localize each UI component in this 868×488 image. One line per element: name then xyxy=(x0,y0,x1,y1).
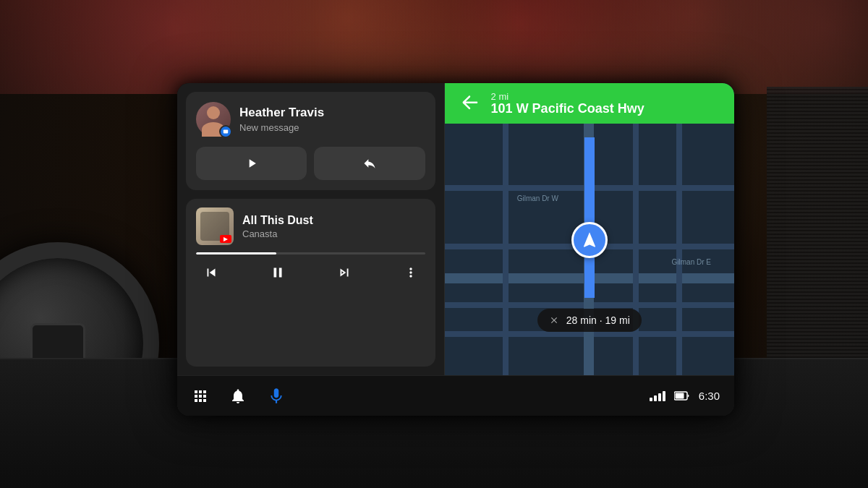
turn-arrow xyxy=(456,90,482,116)
nav-text: 2 mi 101 W Pacific Coast Hwy xyxy=(491,91,644,116)
contact-avatar-container xyxy=(196,102,231,137)
artist-name: Canasta xyxy=(242,228,425,239)
bottom-nav: 6:30 xyxy=(177,375,734,416)
notification-text: Heather Travis New message xyxy=(239,106,324,132)
notifications-button[interactable] xyxy=(229,388,247,405)
nav-left-icons xyxy=(192,387,286,406)
more-options-button[interactable] xyxy=(399,261,422,284)
map-street-v3 xyxy=(676,83,682,375)
nav-arrow-icon xyxy=(580,231,599,249)
reply-button[interactable] xyxy=(314,147,425,180)
message-label: New message xyxy=(239,122,324,133)
music-info: All This Dust Canasta xyxy=(242,214,425,239)
main-content: Heather Travis New message xyxy=(177,83,734,375)
nav-street: 101 W Pacific Coast Hwy xyxy=(491,102,644,116)
progress-fill xyxy=(196,252,276,254)
notification-card: Heather Travis New message xyxy=(186,92,435,190)
music-card: All This Dust Canasta xyxy=(186,199,435,367)
music-header: All This Dust Canasta xyxy=(196,207,425,245)
time-display: 6:30 xyxy=(699,390,720,402)
signal-bar-4 xyxy=(663,391,665,401)
message-badge xyxy=(219,125,232,138)
pause-icon xyxy=(270,265,286,281)
left-panel: Heather Travis New message xyxy=(177,83,445,375)
progress-bar[interactable] xyxy=(196,252,425,254)
notification-header: Heather Travis New message xyxy=(196,102,425,137)
bokeh-lights xyxy=(0,0,868,94)
contact-name: Heather Travis xyxy=(239,106,324,120)
navigation-banner: 2 mi 101 W Pacific Coast Hwy xyxy=(445,83,734,124)
route-info: 28 min · 19 mi xyxy=(537,309,642,332)
battery-icon xyxy=(674,391,690,401)
svg-rect-2 xyxy=(675,393,684,399)
pause-button[interactable] xyxy=(265,260,290,285)
route-close-button[interactable] xyxy=(549,315,559,325)
album-art xyxy=(196,207,234,245)
route-summary: 28 min · 19 mi xyxy=(566,314,630,326)
map-street-v2 xyxy=(633,83,639,375)
play-button[interactable] xyxy=(196,147,307,180)
signal-bar-1 xyxy=(650,398,652,401)
android-auto-screen: Heather Travis New message xyxy=(177,83,734,416)
nav-right-status: 6:30 xyxy=(650,390,720,402)
skip-next-icon xyxy=(336,265,352,281)
mic-button[interactable] xyxy=(267,387,286,406)
next-track-button[interactable] xyxy=(332,260,357,285)
map-panel[interactable]: Gilman Dr W Gilman Dr E xyxy=(445,83,734,375)
navigation-arrow xyxy=(571,222,608,258)
youtube-badge xyxy=(220,235,231,243)
route-line-vertical xyxy=(584,137,595,298)
apps-button[interactable] xyxy=(192,388,209,405)
music-controls xyxy=(196,260,425,285)
play-icon xyxy=(244,156,259,171)
message-icon xyxy=(223,129,229,134)
map-street-v1 xyxy=(503,83,509,375)
nav-distance: 2 mi xyxy=(491,91,644,102)
more-vert-icon xyxy=(404,265,418,280)
signal-strength xyxy=(650,391,665,401)
screen-content: Heather Travis New message xyxy=(177,83,734,416)
signal-bar-2 xyxy=(654,395,657,401)
prev-track-button[interactable] xyxy=(199,260,224,285)
close-icon xyxy=(549,315,559,325)
svg-rect-0 xyxy=(224,130,228,134)
skip-prev-icon xyxy=(203,265,219,281)
notification-actions xyxy=(196,147,425,180)
mic-icon xyxy=(267,387,286,406)
song-title: All This Dust xyxy=(242,214,425,227)
apps-icon xyxy=(192,388,209,405)
map-label-1: Gilman Dr W xyxy=(517,194,558,202)
map-label-2: Gilman Dr E xyxy=(672,258,711,266)
signal-bar-3 xyxy=(658,393,661,401)
reply-icon xyxy=(362,156,377,171)
bell-icon xyxy=(229,388,247,405)
turn-left-icon xyxy=(459,93,480,114)
